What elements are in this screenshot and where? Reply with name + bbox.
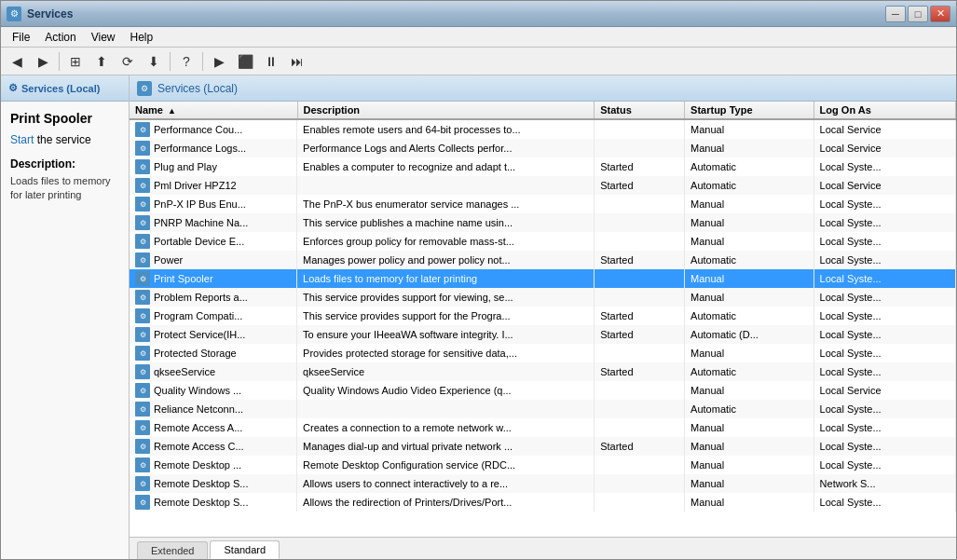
service-status-cell — [595, 381, 685, 400]
table-row[interactable]: ⚙Performance Cou...Enables remote users … — [130, 119, 956, 139]
table-row[interactable]: ⚙Remote Access A...Creates a connection … — [130, 418, 956, 437]
service-description-cell: Provides protected storage for sensitive… — [297, 344, 595, 362]
service-row-icon: ⚙ — [135, 346, 150, 361]
service-name-text: PnP-X IP Bus Enu... — [154, 198, 246, 210]
service-description-cell: This service provides support for the Pr… — [297, 307, 595, 325]
col-header-logon[interactable]: Log On As — [813, 102, 955, 119]
table-row[interactable]: ⚙Plug and PlayEnables a computer to reco… — [130, 157, 956, 176]
col-header-name[interactable]: Name ▲ — [130, 102, 297, 119]
up-button[interactable]: ⬆ — [89, 50, 114, 73]
start-service-link[interactable]: Start — [10, 133, 34, 146]
export-button[interactable]: ⬇ — [142, 50, 166, 73]
show-console-button[interactable]: ⊞ — [63, 50, 88, 73]
service-startup-cell: Automatic — [685, 176, 814, 195]
close-button[interactable]: ✕ — [930, 6, 950, 22]
table-row[interactable]: ⚙Program Compati...This service provides… — [130, 307, 956, 325]
service-name-cell: ⚙PnP-X IP Bus Enu... — [130, 195, 297, 213]
col-header-description[interactable]: Description — [297, 102, 595, 119]
col-header-startup-type[interactable]: Startup Type — [685, 102, 814, 119]
menu-item-action[interactable]: Action — [37, 29, 83, 46]
service-name-cell: ⚙Remote Access A... — [130, 418, 297, 437]
service-description-cell: To ensure your IHeeaWA software integrit… — [297, 325, 595, 344]
table-row[interactable]: ⚙Remote Desktop ...Remote Desktop Config… — [130, 456, 956, 474]
service-name-cell: ⚙Reliance Netconn... — [130, 400, 297, 418]
service-logon-cell: Local Syste... — [813, 456, 955, 474]
table-row[interactable]: ⚙Protected StorageProvides protected sto… — [130, 344, 956, 362]
service-startup-cell: Automatic — [685, 251, 814, 269]
forward-button[interactable]: ▶ — [31, 50, 55, 73]
service-description-cell: Manages dial-up and virtual private netw… — [297, 437, 595, 456]
service-startup-cell: Manual — [685, 474, 814, 493]
service-status-cell — [595, 139, 685, 157]
tab-standard[interactable]: Standard — [210, 540, 280, 559]
service-name-cell: ⚙Protect Service(IH... — [130, 325, 297, 344]
service-logon-cell: Local Service — [813, 381, 955, 400]
table-row[interactable]: ⚙Protect Service(IH...To ensure your IHe… — [130, 325, 956, 344]
service-row-icon: ⚙ — [135, 495, 150, 510]
service-logon-cell: Local Syste... — [813, 195, 955, 213]
table-row[interactable]: ⚙Reliance Netconn...AutomaticLocal Syste… — [130, 400, 956, 418]
table-row[interactable]: ⚙Performance Logs...Performance Logs and… — [130, 139, 956, 157]
window-controls: ─ □ ✕ — [885, 6, 950, 22]
service-description-cell: Performance Logs and Alerts Collects per… — [297, 139, 595, 157]
service-status-cell — [595, 119, 685, 139]
service-name-text: Remote Access A... — [154, 422, 242, 433]
table-row[interactable]: ⚙Remote Desktop S...Allows users to conn… — [130, 474, 956, 493]
services-tbody: ⚙Performance Cou...Enables remote users … — [130, 119, 956, 512]
help-button[interactable]: ? — [174, 50, 198, 73]
minimize-button[interactable]: ─ — [885, 6, 906, 22]
table-row[interactable]: ⚙PnP-X IP Bus Enu...The PnP-X bus enumer… — [130, 195, 956, 213]
table-row[interactable]: ⚙Remote Desktop S...Allows the redirecti… — [130, 493, 956, 512]
service-name-cell: ⚙Plug and Play — [130, 157, 297, 176]
stop-button[interactable]: ⬛ — [233, 50, 257, 73]
table-row[interactable]: ⚙Pml Driver HPZ12StartedAutomaticLocal S… — [130, 176, 956, 195]
refresh-button[interactable]: ⟳ — [116, 50, 140, 73]
restart-button[interactable]: ⏭ — [285, 50, 309, 73]
service-row-icon: ⚙ — [135, 234, 150, 249]
table-row[interactable]: ⚙Remote Access C...Manages dial-up and v… — [130, 437, 956, 456]
main-content: ⚙ Services (Local) Print Spooler Start t… — [1, 75, 956, 559]
service-name-text: Problem Reports a... — [154, 292, 248, 303]
service-logon-cell: Local Syste... — [813, 418, 955, 437]
menu-item-view[interactable]: View — [84, 29, 123, 46]
toolbar: ◀ ▶ ⊞ ⬆ ⟳ ⬇ ? ▶ ⬛ ⏸ ⏭ — [1, 48, 956, 75]
service-name-text: Pml Driver HPZ12 — [154, 180, 237, 191]
table-row[interactable]: ⚙Portable Device E...Enforces group poli… — [130, 232, 956, 251]
tab-bar: ExtendedStandard — [130, 537, 956, 559]
service-logon-cell: Local Syste... — [813, 437, 955, 456]
service-status-cell — [595, 418, 685, 437]
play-button[interactable]: ▶ — [207, 50, 231, 73]
table-row[interactable]: ⚙Problem Reports a...This service provid… — [130, 288, 956, 307]
table-row[interactable]: ⚙Print SpoolerLoads files to memory for … — [130, 269, 956, 288]
service-logon-cell: Network S... — [813, 474, 955, 493]
service-name-cell: ⚙PNRP Machine Na... — [130, 213, 297, 232]
service-row-icon: ⚙ — [135, 141, 150, 156]
service-description-cell: The PnP-X bus enumerator service manages… — [297, 195, 595, 213]
service-description-cell: Remote Desktop Configuration service (RD… — [297, 456, 595, 474]
table-row[interactable]: ⚙PNRP Machine Na...This service publishe… — [130, 213, 956, 232]
maximize-button[interactable]: □ — [908, 6, 928, 22]
service-name-cell: ⚙Performance Logs... — [130, 139, 297, 157]
table-row[interactable]: ⚙qkseeServiceqkseeServiceStartedAutomati… — [130, 362, 956, 381]
service-logon-cell: Local Service — [813, 139, 955, 157]
service-name-cell: ⚙Quality Windows ... — [130, 381, 297, 400]
right-panel-header: ⚙ Services (Local) — [130, 75, 956, 102]
menu-bar: FileActionViewHelp — [1, 27, 956, 48]
menu-item-help[interactable]: Help — [123, 29, 161, 46]
service-logon-cell: Local Syste... — [813, 157, 955, 176]
service-description-cell: qkseeService — [297, 362, 595, 381]
pause-button[interactable]: ⏸ — [259, 50, 283, 73]
service-logon-cell: Local Syste... — [813, 362, 955, 381]
left-panel-body: Print Spooler Start the service Descript… — [1, 102, 129, 559]
service-name-text: Quality Windows ... — [154, 385, 241, 396]
tab-extended[interactable]: Extended — [137, 541, 208, 559]
table-row[interactable]: ⚙PowerManages power policy and power pol… — [130, 251, 956, 269]
table-row[interactable]: ⚙Quality Windows ...Quality Windows Audi… — [130, 381, 956, 400]
service-status-cell — [595, 232, 685, 251]
services-table-container[interactable]: Name ▲ Description Status Startup Type L… — [130, 102, 956, 537]
back-button[interactable]: ◀ — [5, 50, 29, 73]
menu-item-file[interactable]: File — [5, 29, 37, 46]
service-status-cell — [595, 269, 685, 288]
col-header-status[interactable]: Status — [595, 102, 685, 119]
service-logon-cell: Local Syste... — [813, 232, 955, 251]
